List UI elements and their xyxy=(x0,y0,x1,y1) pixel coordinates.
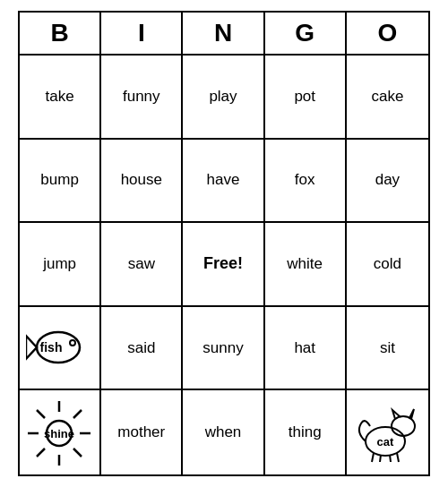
cell-r0-c4: cake xyxy=(347,56,428,140)
header-cell-o: O xyxy=(347,13,428,54)
cell-r2-c4: cold xyxy=(347,223,428,307)
svg-line-8 xyxy=(37,410,45,418)
cell-value: when xyxy=(205,423,242,441)
header-cell-n: N xyxy=(183,13,264,54)
svg-line-18 xyxy=(397,453,399,462)
cell-r2-c2: Free! xyxy=(183,223,264,307)
cell-value: saw xyxy=(128,255,155,273)
cell-value: white xyxy=(287,255,323,273)
fish-icon: fish xyxy=(26,323,93,372)
cell-r3-c3: hat xyxy=(265,307,347,391)
cell-value: said xyxy=(127,339,155,357)
cell-r1-c4: day xyxy=(347,140,428,224)
cell-r2-c3: white xyxy=(265,223,347,307)
cell-r4-c4: cat xyxy=(347,390,428,474)
cell-r3-c4: sit xyxy=(347,307,428,391)
bingo-card: BINGO takefunnyplaypotcakebumphousehavef… xyxy=(18,11,430,476)
cell-r0-c0: take xyxy=(20,56,101,140)
cell-r4-c3: thing xyxy=(265,390,347,474)
cell-value: day xyxy=(375,171,400,189)
header-cell-g: G xyxy=(265,13,347,54)
cell-value: bump xyxy=(40,171,79,189)
cell-r0-c1: funny xyxy=(101,56,183,140)
cell-value: sit xyxy=(380,339,395,357)
cell-value: have xyxy=(207,171,240,189)
svg-text:cat: cat xyxy=(376,435,393,449)
cell-value: cold xyxy=(374,255,401,273)
svg-text:fish: fish xyxy=(40,340,63,355)
bingo-grid: takefunnyplaypotcakebumphousehavefoxdayj… xyxy=(20,56,428,474)
cell-r1-c2: have xyxy=(183,140,264,224)
cat-icon: cat xyxy=(354,401,421,464)
cell-value: hat xyxy=(294,339,315,357)
cell-value: sunny xyxy=(202,339,243,357)
cell-value: thing xyxy=(289,423,322,441)
svg-point-1 xyxy=(70,340,75,346)
header-cell-b: B xyxy=(20,13,101,54)
cell-value: pot xyxy=(294,88,315,106)
svg-line-9 xyxy=(73,449,82,457)
header-row: BINGO xyxy=(20,13,428,56)
cell-r1-c0: bump xyxy=(20,140,101,224)
cell-value: fox xyxy=(295,171,315,189)
sun-icon: shine xyxy=(26,399,93,466)
cell-r2-c0: jump xyxy=(20,223,101,307)
cell-r3-c0: fish xyxy=(20,307,101,391)
cell-r4-c1: mother xyxy=(101,390,183,474)
svg-line-10 xyxy=(73,410,82,418)
cell-value: play xyxy=(209,88,237,106)
cell-r3-c2: sunny xyxy=(183,307,264,391)
cell-value: take xyxy=(46,88,74,106)
cell-r4-c2: when xyxy=(183,390,264,474)
cell-value: house xyxy=(121,171,162,189)
svg-line-17 xyxy=(390,455,391,462)
svg-line-11 xyxy=(37,449,45,457)
free-space: Free! xyxy=(203,254,243,273)
cell-r2-c1: saw xyxy=(101,223,183,307)
svg-text:shine: shine xyxy=(44,427,74,440)
cell-value: jump xyxy=(43,255,76,273)
cell-value: cake xyxy=(371,88,403,106)
cell-value: funny xyxy=(123,88,160,106)
cell-r0-c2: play xyxy=(183,56,264,140)
cell-r1-c1: house xyxy=(101,140,183,224)
cell-r3-c1: said xyxy=(101,307,183,391)
cell-r1-c3: fox xyxy=(265,140,347,224)
svg-point-14 xyxy=(392,416,415,436)
svg-line-15 xyxy=(372,453,374,462)
header-cell-i: I xyxy=(101,13,183,54)
cell-r0-c3: pot xyxy=(265,56,347,140)
cell-r4-c0: shine xyxy=(20,390,101,474)
svg-line-16 xyxy=(380,455,381,462)
cell-value: mother xyxy=(117,423,165,441)
